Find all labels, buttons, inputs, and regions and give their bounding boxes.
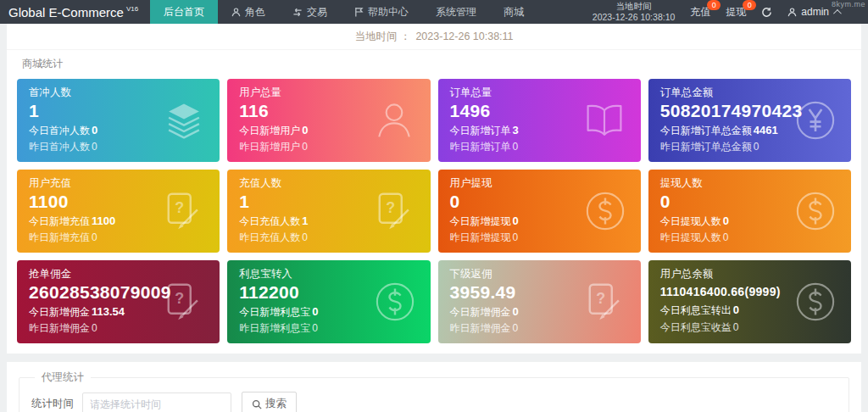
- person-icon: [371, 97, 417, 143]
- username: admin: [801, 6, 829, 18]
- stat-card[interactable]: 用户总余额 1110416400.66(9999) 今日利息宝转出0 今日利息宝…: [648, 260, 851, 343]
- layers-icon: [162, 98, 206, 142]
- svg-text:?: ?: [386, 199, 395, 216]
- dollar-icon: [793, 280, 837, 324]
- svg-text:?: ?: [175, 290, 185, 307]
- stat-card[interactable]: 用户充值 1100 今日新增充值1100 昨日新增充值0 ?: [17, 170, 220, 253]
- doc-icon: ?: [580, 280, 627, 324]
- menu-item-label: 后台首页: [164, 5, 204, 19]
- search-button-label: 搜索: [265, 397, 287, 411]
- doc-icon: ?: [159, 189, 206, 233]
- dollar-icon: [583, 189, 627, 233]
- menu-item-label: 帮助中心: [368, 5, 409, 19]
- stat-time-label: 统计时间: [31, 397, 74, 411]
- local-time-bar: 当地时间 ： 2023-12-26 10:38:11: [7, 24, 861, 50]
- local-time-value: 2023-12-26 10:38:10: [593, 12, 676, 23]
- menu-item-3[interactable]: 帮助中心: [341, 0, 422, 24]
- stat-cards-grid: 首冲人数 1 今日首冲人数0 昨日首冲人数0 用户总量 116 今日新增用户0 …: [17, 79, 851, 343]
- stat-card[interactable]: 用户总量 116 今日新增用户0 昨日新增用户0: [227, 79, 430, 162]
- mall-stats-title: 商城统计: [17, 57, 851, 71]
- exchange-icon: [292, 8, 303, 17]
- watermark-text: 8kym.me: [832, 0, 865, 8]
- brand-logo[interactable]: Global E-Commerce V16: [0, 0, 150, 24]
- stat-card[interactable]: 用户提现 0 今日新增提现0 昨日新增提现0: [438, 170, 641, 253]
- stat-time-input[interactable]: [82, 393, 231, 412]
- brand-text: Global E-Commerce: [8, 5, 124, 19]
- book-icon: [581, 102, 627, 139]
- agent-stats-fieldset: 代理统计 统计时间 搜索: [19, 370, 849, 412]
- user-icon: [787, 8, 797, 17]
- stat-card[interactable]: 提现人数 0 今日提现人数0 昨日提现人数0: [648, 170, 851, 253]
- main-menu: 后台首页角色交易帮助中心系统管理商城: [150, 0, 537, 24]
- flag-icon: [354, 7, 364, 17]
- card-title: 订单总量: [450, 86, 629, 100]
- stat-card[interactable]: 抢单佣金 26028538079009 今日新增佣金113.54 昨日新增佣金0…: [17, 260, 220, 343]
- menu-item-label: 角色: [245, 5, 265, 19]
- search-icon: [252, 399, 262, 409]
- time-bar-label: 当地时间 ：: [354, 30, 410, 44]
- recharge-link[interactable]: 充值 0: [690, 5, 710, 19]
- refresh-icon[interactable]: [761, 7, 772, 18]
- menu-item-0[interactable]: 后台首页: [150, 0, 218, 24]
- navbar-local-time: 当地时间 2023-12-26 10:38:10: [593, 1, 676, 23]
- mall-stats-panel: 商城统计 首冲人数 1 今日首冲人数0 昨日首冲人数0 用户总量 116 今日新…: [7, 50, 861, 354]
- filter-row: 统计时间 搜索: [30, 392, 838, 412]
- local-time-label: 当地时间: [593, 1, 676, 12]
- withdraw-link[interactable]: 提现 0: [726, 5, 746, 19]
- menu-item-4[interactable]: 系统管理: [422, 0, 490, 24]
- brand-version: V16: [126, 5, 138, 13]
- yen-icon: [793, 98, 837, 142]
- menu-item-1[interactable]: 角色: [218, 0, 279, 24]
- menu-item-2[interactable]: 交易: [279, 0, 341, 24]
- menu-item-label: 商城: [504, 5, 524, 19]
- menu-item-label: 系统管理: [436, 5, 476, 19]
- stat-card[interactable]: 首冲人数 1 今日首冲人数0 昨日首冲人数0: [17, 79, 220, 162]
- stat-card[interactable]: 订单总量 1496 今日新增订单3 昨日新增订单0: [438, 79, 641, 162]
- stat-card[interactable]: 下级返佣 3959.49 今日新增佣金0 昨日新增佣金0 ?: [438, 260, 641, 343]
- user-icon: [231, 8, 241, 17]
- stat-card[interactable]: 利息宝转入 112200 今日新增利息宝0 昨日新增利息宝0: [227, 260, 430, 343]
- dollar-icon: [793, 189, 837, 233]
- agent-stats-title: 代理统计: [35, 370, 91, 385]
- agent-stats-panel: 代理统计 统计时间 搜索 姓名客服数量累计用户团队余额今日充值累计充值今日提现累…: [7, 362, 861, 412]
- card-yesterday-line: 昨日新增订单0: [450, 139, 629, 155]
- svg-text:?: ?: [175, 199, 185, 216]
- svg-text:?: ?: [596, 290, 605, 307]
- stat-card[interactable]: 充值人数 1 今日充值人数1 昨日充值人数0 ?: [227, 170, 430, 253]
- time-bar-value: 2023-12-26 10:38:11: [415, 31, 513, 42]
- search-button[interactable]: 搜索: [242, 392, 297, 412]
- stat-card[interactable]: 订单总金额 50820174970423 今日新增订单总金额4461 昨日新增订…: [648, 79, 851, 162]
- dollar-icon: [373, 280, 417, 324]
- navbar: Global E-Commerce V16 后台首页角色交易帮助中心系统管理商城…: [0, 0, 868, 24]
- doc-icon: ?: [159, 280, 206, 324]
- menu-item-label: 交易: [307, 5, 327, 19]
- menu-item-5[interactable]: 商城: [490, 0, 537, 24]
- withdraw-badge: 0: [743, 0, 756, 10]
- chevron-up-icon: [833, 8, 842, 17]
- recharge-badge: 0: [707, 0, 721, 10]
- doc-icon: ?: [370, 189, 417, 233]
- navbar-right: 当地时间 2023-12-26 10:38:10 充值 0 提现 0 admin: [593, 0, 868, 24]
